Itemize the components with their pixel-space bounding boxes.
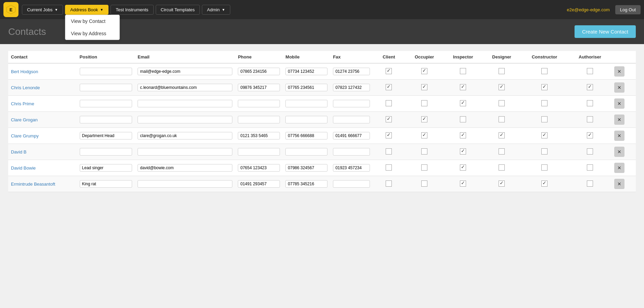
authoriser-checkbox[interactable] [587,84,593,90]
delete-button[interactable]: ✕ [614,66,624,77]
phone-input[interactable] [238,116,280,123]
inspector-checkbox[interactable] [460,68,466,74]
mobile-input[interactable] [285,180,327,188]
fax-input[interactable] [333,116,370,123]
position-input[interactable] [80,164,132,172]
client-checkbox[interactable] [386,148,392,155]
create-new-contact-button[interactable]: Create New Contact [575,25,636,38]
email-input[interactable] [138,100,232,107]
contact-link[interactable]: Chris Lenonde [11,85,40,90]
constructor-checkbox[interactable] [541,84,548,90]
client-checkbox[interactable] [386,100,392,106]
mobile-input[interactable] [285,148,327,156]
inspector-checkbox[interactable] [460,132,466,138]
mobile-input[interactable] [285,164,327,172]
fax-input[interactable] [333,180,370,188]
contact-link[interactable]: Chris Prime [11,101,34,106]
position-input[interactable] [80,68,132,75]
email-input[interactable] [138,116,232,123]
authoriser-checkbox[interactable] [587,100,593,106]
occupier-checkbox[interactable] [421,164,427,171]
client-checkbox[interactable] [386,84,392,90]
mobile-input[interactable] [285,68,327,75]
occupier-checkbox[interactable] [421,116,427,122]
designer-checkbox[interactable] [499,84,505,90]
authoriser-checkbox[interactable] [587,68,593,74]
email-input[interactable] [138,148,232,156]
occupier-checkbox[interactable] [421,68,427,74]
inspector-checkbox[interactable] [460,84,466,90]
client-checkbox[interactable] [386,116,392,122]
phone-input[interactable] [238,164,280,172]
logout-button[interactable]: Log Out [615,5,641,14]
occupier-checkbox[interactable] [421,148,427,155]
nav-current-jobs[interactable]: Current Jobs ▼ [22,5,63,15]
delete-button[interactable]: ✕ [614,147,624,157]
designer-checkbox[interactable] [499,68,505,74]
client-checkbox[interactable] [386,68,392,74]
designer-checkbox[interactable] [499,164,505,171]
mobile-input[interactable] [285,84,327,91]
authoriser-checkbox[interactable] [587,148,593,155]
designer-checkbox[interactable] [499,132,505,138]
delete-button[interactable]: ✕ [614,98,624,109]
inspector-checkbox[interactable] [460,180,466,187]
fax-input[interactable] [333,68,370,75]
mobile-input[interactable] [285,116,327,123]
delete-button[interactable]: ✕ [614,131,624,141]
contact-link[interactable]: Clare Grumpy [11,133,39,138]
fax-input[interactable] [333,84,370,91]
client-checkbox[interactable] [386,180,392,187]
email-input[interactable] [138,84,232,91]
designer-checkbox[interactable] [499,180,505,187]
client-checkbox[interactable] [386,132,392,138]
inspector-checkbox[interactable] [460,164,466,171]
contact-link[interactable]: Ermintrude Beasantoft [11,182,55,187]
fax-input[interactable] [333,132,370,139]
dropdown-view-by-contact[interactable]: View by Contact [65,15,119,27]
delete-button[interactable]: ✕ [614,179,624,189]
nav-circuit-templates[interactable]: Circuit Templates [156,5,200,15]
phone-input[interactable] [238,100,280,107]
contact-link[interactable]: David Bowie [11,165,36,171]
designer-checkbox[interactable] [499,116,505,122]
email-input[interactable] [138,180,232,188]
phone-input[interactable] [238,132,280,139]
occupier-checkbox[interactable] [421,100,427,106]
position-input[interactable] [80,148,132,156]
authoriser-checkbox[interactable] [587,180,593,187]
phone-input[interactable] [238,180,280,188]
designer-checkbox[interactable] [499,100,505,106]
position-input[interactable] [80,132,132,139]
contact-link[interactable]: David B [11,149,27,155]
delete-button[interactable]: ✕ [614,82,624,93]
delete-button[interactable]: ✕ [614,163,624,173]
dropdown-view-by-address[interactable]: View by Address [65,27,119,40]
inspector-checkbox[interactable] [460,116,466,122]
occupier-checkbox[interactable] [421,132,427,138]
nav-test-instruments[interactable]: Test Instruments [111,5,153,15]
mobile-input[interactable] [285,132,327,139]
nav-address-book[interactable]: Address Book ▼ [65,5,108,15]
inspector-checkbox[interactable] [460,148,466,155]
constructor-checkbox[interactable] [541,116,548,122]
constructor-checkbox[interactable] [541,68,548,74]
position-input[interactable] [80,116,132,123]
constructor-checkbox[interactable] [541,148,548,155]
client-checkbox[interactable] [386,164,392,171]
constructor-checkbox[interactable] [541,164,548,171]
contact-link[interactable]: Bert Hodgson [11,69,38,74]
phone-input[interactable] [238,148,280,156]
contact-link[interactable]: Clare Grogan [11,117,38,122]
position-input[interactable] [80,180,132,188]
email-input[interactable] [138,164,232,172]
delete-button[interactable]: ✕ [614,115,624,125]
phone-input[interactable] [238,68,280,75]
fax-input[interactable] [333,148,370,156]
position-input[interactable] [80,100,132,107]
designer-checkbox[interactable] [499,148,505,155]
fax-input[interactable] [333,100,370,107]
authoriser-checkbox[interactable] [587,132,593,138]
constructor-checkbox[interactable] [541,100,548,106]
position-input[interactable] [80,84,132,91]
